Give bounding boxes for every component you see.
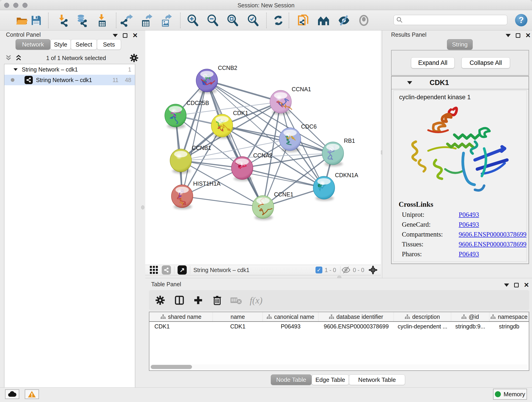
crosslink-link[interactable]: P06493 [459, 250, 479, 258]
network-node-CCNB1[interactable] [170, 149, 191, 173]
table-cell[interactable]: CDK1 [213, 322, 263, 331]
gene-collapse-icon[interactable] [407, 81, 412, 84]
export-network-button[interactable] [120, 13, 133, 27]
panel-menu-icon[interactable] [504, 283, 509, 287]
collapse-all-button[interactable]: Collapse All [462, 57, 510, 68]
network-node-CCNE1[interactable] [252, 196, 274, 220]
pan-crosshair-icon[interactable] [368, 265, 378, 275]
network-edge-CCNB2-HIST1H1A[interactable] [182, 80, 207, 196]
column-header-description[interactable]: description [394, 312, 451, 321]
zoom-selected-button[interactable] [247, 13, 260, 27]
zoom-in-button[interactable] [186, 13, 200, 27]
column-header-database-identifier[interactable]: database identifier [318, 312, 394, 321]
tab-style[interactable]: Style [51, 39, 71, 50]
tab-edge-table[interactable]: Edge Table [312, 375, 349, 385]
table-row[interactable]: CDK1CDK1P064939606.ENSP00000378699cyclin… [149, 322, 529, 331]
network-row-selected[interactable]: String Network – cdk1 11 48 [4, 75, 135, 85]
export-table-button[interactable] [140, 13, 153, 27]
tab-network-table[interactable]: Network Table [349, 375, 405, 385]
birdseye-view-button[interactable]: ↗ [177, 265, 187, 274]
crosslink-link[interactable]: P06493 [459, 211, 479, 218]
show-graphics-details-button[interactable] [357, 13, 370, 27]
crosslink-link[interactable]: 9606.ENSP00000378699 [459, 230, 526, 238]
network-collection-row[interactable]: String Network – cdk1 1 [4, 64, 135, 75]
search-input[interactable] [403, 16, 507, 24]
collapse-all-icon[interactable] [5, 55, 12, 61]
grid-view-icon[interactable] [149, 265, 159, 275]
collection-expand-icon[interactable] [13, 67, 18, 71]
add-column-icon[interactable] [193, 295, 203, 306]
export-image-button[interactable] [160, 13, 173, 27]
table-cell[interactable]: 9606.ENSP00000378699 [318, 322, 394, 331]
cloud-status-button[interactable] [5, 389, 19, 399]
import-database-button[interactable] [75, 13, 88, 27]
table-cell[interactable]: P06493 [263, 322, 318, 331]
import-table-button[interactable] [95, 13, 109, 27]
network-node-CCNA1[interactable] [270, 90, 292, 115]
column-header-name[interactable]: name [213, 312, 263, 321]
tab-sets[interactable]: Sets [97, 39, 121, 50]
hidden-items-icon[interactable] [341, 266, 351, 274]
table-toolbar: f(x) [149, 290, 529, 310]
hide-graphics-details-button[interactable] [337, 13, 351, 27]
network-node-CDC25B[interactable] [165, 104, 186, 128]
selected-items-checkbox[interactable]: ✓ [316, 267, 322, 274]
network-canvas[interactable]: CCNB2CCNA1CDC25BCDK1CDC6RB1CCNB1CCNA2CDK… [145, 31, 381, 265]
float-panel-icon[interactable] [123, 33, 127, 38]
network-node-CDC6[interactable] [279, 128, 301, 152]
panel-menu-icon[interactable] [506, 34, 511, 37]
network-edge-CCNB2-CCNE1[interactable] [207, 80, 263, 207]
table-settings-gear-icon[interactable] [155, 295, 165, 305]
network-node-RB1[interactable] [322, 142, 344, 166]
expand-all-icon[interactable] [15, 55, 22, 61]
memory-button[interactable]: Memory [493, 389, 527, 400]
expand-all-button[interactable]: Expand All [411, 57, 455, 68]
zoom-out-button[interactable] [206, 13, 220, 27]
tab-string[interactable]: String [447, 39, 473, 50]
crosslink-link[interactable]: 9606.ENSP00000378699 [459, 240, 526, 248]
crosslink-link[interactable]: P06493 [459, 221, 479, 228]
open-session-button[interactable] [15, 13, 28, 27]
network-node-HIST1H1A[interactable] [171, 185, 193, 209]
table-cell[interactable]: stringdb:9... [451, 322, 490, 331]
float-panel-icon[interactable] [516, 33, 520, 38]
delete-column-icon[interactable] [212, 295, 222, 306]
table-cell[interactable]: CDK1 [149, 322, 213, 331]
tab-network[interactable]: Network [16, 39, 51, 50]
import-network-button[interactable] [56, 13, 69, 27]
float-panel-icon[interactable] [514, 283, 519, 287]
column-header-shared-name[interactable]: shared name [149, 312, 213, 321]
network-node-CCNA2[interactable] [231, 157, 253, 181]
network-share-view-button[interactable] [162, 265, 171, 274]
tab-select[interactable]: Select [71, 39, 97, 50]
column-header-canonical-name[interactable]: canonical name [263, 312, 318, 321]
save-session-button[interactable] [30, 13, 43, 27]
column-header-namespace[interactable]: namespace [489, 312, 529, 321]
network-node-CCNB2[interactable] [196, 69, 218, 94]
show-columns-icon[interactable] [174, 295, 185, 306]
gear-icon[interactable] [130, 54, 138, 62]
copy-pages-icon [297, 14, 310, 27]
refresh-button[interactable] [272, 13, 285, 27]
network-edge-HIST1H1A-CCNE1[interactable] [182, 196, 263, 207]
help-button[interactable]: ? [515, 14, 527, 26]
cloud-icon [8, 391, 17, 397]
horizontal-scrollbar[interactable] [150, 364, 528, 370]
panel-menu-icon[interactable] [113, 34, 118, 37]
left-splitter-handle[interactable] [141, 205, 144, 210]
network-edge-CCNB2-CCNA1[interactable] [207, 80, 281, 102]
tab-node-table[interactable]: Node Table [271, 375, 312, 385]
scrollbar-thumb[interactable] [151, 365, 192, 369]
network-node-CDK1[interactable] [211, 114, 233, 139]
copy-network-button[interactable] [297, 13, 310, 27]
table-cell[interactable]: cyclin-dependent ... [394, 322, 451, 331]
close-panel-icon[interactable]: ✕ [524, 283, 529, 287]
zoom-fit-button[interactable] [226, 13, 239, 27]
first-neighbors-button[interactable] [317, 13, 330, 27]
close-panel-icon[interactable]: ✕ [525, 33, 531, 38]
network-node-CDKN1A[interactable] [313, 176, 335, 201]
table-cell[interactable]: stringdb [489, 322, 529, 331]
warnings-button[interactable] [25, 389, 39, 399]
column-header-@id[interactable]: @id [451, 312, 490, 321]
close-panel-icon[interactable]: ✕ [133, 33, 138, 38]
